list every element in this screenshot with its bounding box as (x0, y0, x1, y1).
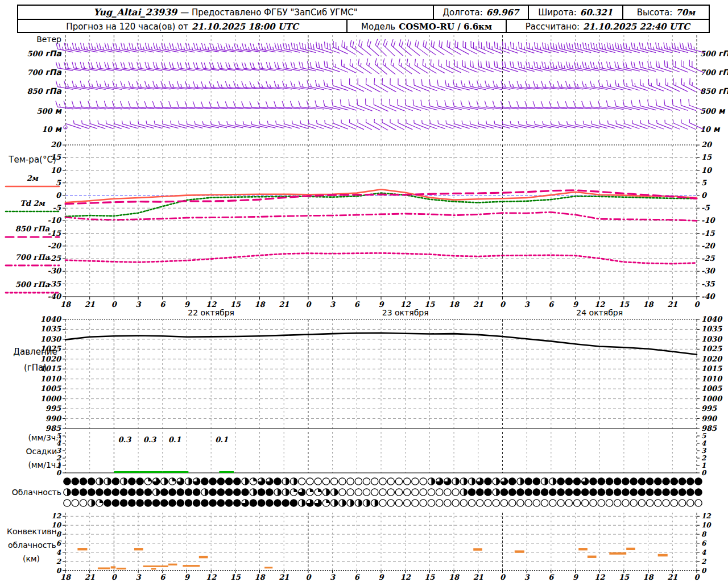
svg-text:700 гПа: 700 гПа (15, 253, 50, 261)
svg-text:990: 990 (701, 414, 718, 423)
svg-text:9: 9 (573, 573, 579, 581)
svg-text:15: 15 (619, 300, 630, 309)
svg-text:18: 18 (254, 300, 266, 309)
longitude-cell: Долгота: 69.967 (433, 6, 527, 19)
altitude-value: 70м (676, 7, 695, 18)
convective-bar (77, 548, 87, 550)
model-value: COSMO-RU / 6.6км (399, 22, 492, 32)
svg-text:21: 21 (473, 573, 483, 581)
svg-text:6: 6 (160, 573, 166, 581)
wind-barbs-850гПа (56, 78, 704, 92)
svg-text:15: 15 (424, 573, 435, 581)
convective-bar (151, 568, 156, 569)
svg-text:0: 0 (694, 573, 700, 581)
svg-text:23 октября: 23 октября (382, 308, 429, 317)
latitude-cell: Широта: 60.321 (528, 6, 622, 19)
svg-text:18: 18 (60, 300, 72, 309)
svg-text:18: 18 (449, 573, 460, 581)
precip-bar (219, 471, 234, 473)
svg-text:Td 2м: Td 2м (20, 199, 46, 207)
svg-text:1005: 1005 (40, 384, 61, 393)
svg-text:-20: -20 (48, 242, 62, 250)
precipitation-panel: 0011223344550.30.30.10.1(мм/3ч.)Осадки(м… (26, 432, 707, 477)
cloudiness-panel: Облачность (12, 478, 702, 506)
cloud-row-low (64, 500, 702, 506)
svg-text:9: 9 (378, 300, 384, 309)
wind-barbs-500гПа (56, 39, 705, 56)
svg-text:1030: 1030 (40, 335, 62, 343)
svg-text:21: 21 (279, 573, 289, 581)
svg-text:0: 0 (701, 469, 707, 477)
convective-bar (160, 566, 168, 567)
svg-text:1040: 1040 (40, 315, 62, 323)
svg-text:0.3: 0.3 (143, 435, 157, 444)
convective-bar (168, 564, 177, 566)
svg-text:2м: 2м (27, 174, 39, 182)
latitude-value: 60.321 (580, 7, 613, 18)
convective-bar (143, 566, 160, 567)
svg-text:0: 0 (701, 191, 708, 199)
svg-text:500 м: 500 м (37, 106, 63, 115)
calc-label: Рассчитано: (526, 22, 580, 32)
svg-text:4: 4 (701, 439, 706, 447)
svg-text:20: 20 (701, 140, 713, 149)
svg-text:22 октября: 22 октября (188, 308, 234, 317)
convective-bar (609, 552, 626, 555)
convective-bar (626, 548, 635, 550)
svg-text:990: 990 (46, 414, 62, 423)
svg-text:9: 9 (184, 573, 191, 581)
svg-text:10: 10 (701, 166, 713, 174)
wind-barbs-10м (64, 119, 704, 130)
precip-bar (140, 471, 163, 473)
convective-bar (473, 548, 482, 550)
svg-text:-20: -20 (701, 242, 715, 250)
svg-text:10: 10 (701, 521, 712, 529)
svg-text:0.1: 0.1 (215, 435, 228, 444)
svg-text:3: 3 (56, 447, 62, 455)
svg-text:12: 12 (400, 573, 411, 581)
header-box: Yug_Altai_23939 — Предоставлено ФГБУ "За… (17, 5, 710, 33)
svg-text:2: 2 (701, 454, 707, 462)
svg-text:995: 995 (701, 404, 717, 413)
header-row-2: Прогноз на 120 часа(ов) от 21.10.2025 18… (18, 20, 709, 33)
svg-text:0: 0 (111, 300, 118, 309)
svg-text:9: 9 (184, 300, 191, 309)
forecast-time: 21.10.2025 18:00 UTC (192, 22, 299, 32)
svg-text:1005: 1005 (701, 384, 722, 393)
altitude-cell: Высота: 70м (622, 6, 709, 19)
svg-text:12: 12 (594, 300, 605, 309)
svg-text:18: 18 (254, 573, 266, 581)
svg-text:12: 12 (701, 512, 712, 520)
svg-text:-10: -10 (701, 216, 715, 225)
svg-text:2: 2 (56, 558, 62, 566)
forecast-label: Прогноз на 120 часа(ов) от (66, 22, 188, 32)
longitude-label: Долгота: (442, 7, 483, 18)
altitude-label: Высота: (637, 7, 673, 18)
svg-text:-40: -40 (701, 292, 715, 301)
svg-text:18: 18 (449, 300, 460, 309)
svg-text:12: 12 (400, 300, 411, 309)
svg-text:21: 21 (667, 573, 677, 581)
meteogram-chart: Ветер500 гПа500 гПа700 гПа700 гПа850 гПа… (0, 0, 728, 582)
convective-panel: 0022446688101012121821036912151821036912… (7, 512, 712, 581)
svg-text:5: 5 (701, 178, 707, 187)
svg-text:1030: 1030 (701, 335, 723, 343)
convective-bar (111, 566, 116, 568)
svg-text:1000: 1000 (701, 394, 723, 403)
station-name: Yug_Altai_23939 (93, 7, 177, 18)
svg-text:1035: 1035 (40, 325, 61, 333)
svg-text:-10: -10 (48, 216, 62, 225)
svg-text:0: 0 (56, 191, 62, 199)
svg-text:облачность: облачность (8, 541, 56, 550)
svg-text:500 гПа: 500 гПа (15, 280, 50, 289)
svg-text:-35: -35 (701, 280, 715, 288)
svg-text:6: 6 (56, 539, 62, 547)
svg-text:6: 6 (701, 539, 707, 547)
svg-text:1025: 1025 (701, 344, 722, 353)
svg-text:700 гПа: 700 гПа (27, 68, 62, 77)
svg-text:15: 15 (230, 300, 241, 309)
svg-text:850 гПа: 850 гПа (15, 225, 50, 233)
calc-cell: Рассчитано: 21.10.2025 22:40 UTC (506, 20, 709, 33)
svg-text:6: 6 (548, 573, 555, 581)
svg-text:0: 0 (111, 573, 118, 581)
